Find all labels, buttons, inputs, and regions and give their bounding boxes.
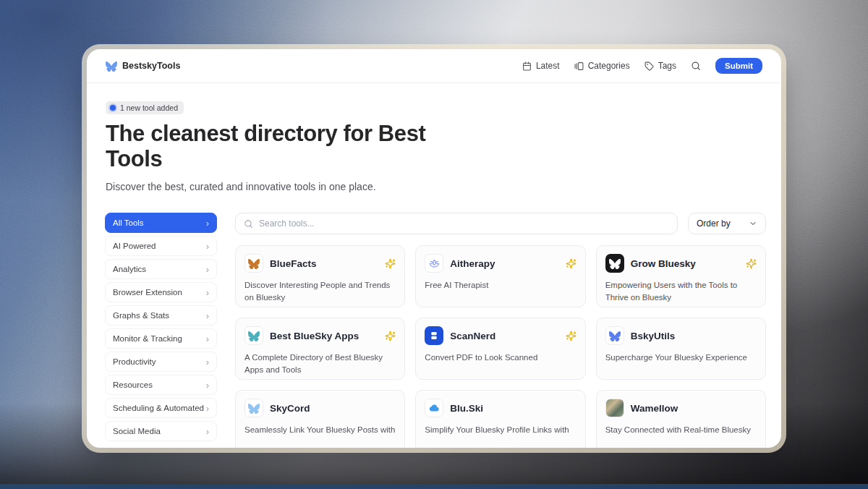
tool-card[interactable]: SkyCord Seamlessly Link Your Bluesky Pos… (235, 390, 405, 448)
search-icon (691, 61, 701, 71)
tool-card-header: ScanNerd (425, 326, 576, 345)
nav-links: Latest Categories Tags Submit (522, 58, 762, 74)
order-by-label: Order by (697, 218, 731, 229)
tool-description: Empowering Users with the Tools to Thriv… (605, 279, 757, 303)
butterfly-icon (248, 258, 260, 269)
butterfly-icon (248, 403, 260, 414)
brand[interactable]: BestskyTools (106, 61, 180, 72)
tool-card[interactable]: BskyUtils Supercharge Your Bluesky Exper… (596, 318, 766, 380)
sidebar-item-label: Scheduling & Automated (113, 404, 204, 412)
sidebar-item[interactable]: Social Media › (105, 421, 217, 441)
nav-item-label: Latest (536, 61, 560, 71)
bluesky-butterfly-logo-icon (106, 61, 117, 72)
sidebar-item-label: Browser Extension (113, 288, 182, 297)
tool-icon-box (605, 254, 624, 273)
tool-card[interactable]: Blu.Ski Simplify Your Bluesky Profile Li… (415, 390, 585, 448)
nav-item-tags[interactable]: Tags (644, 61, 676, 71)
tool-icon-box (425, 399, 443, 417)
page-subtitle: Discover the best, curated and innovativ… (106, 181, 762, 192)
tool-card[interactable]: Aitherapy Free AI Therapist (415, 245, 585, 307)
tool-name: Grow Bluesky (631, 258, 739, 269)
sidebar-item-label: Graphs & Stats (113, 311, 169, 320)
featured-sparkle-icon (746, 258, 757, 269)
order-by-dropdown[interactable]: Order by (688, 213, 766, 234)
sidebar-item[interactable]: All Tools › (105, 213, 217, 233)
nav-item-label: Tags (658, 61, 676, 71)
tool-icon-box (244, 326, 263, 345)
tool-card-header: Grow Bluesky (605, 254, 757, 273)
tool-name: BskyUtils (631, 331, 739, 341)
chevron-right-icon: › (206, 265, 209, 274)
tool-name: SkyCord (270, 403, 378, 414)
badge-dot-icon (110, 105, 116, 111)
chevron-right-icon: › (206, 380, 209, 390)
tool-icon-box (244, 399, 263, 417)
tool-card[interactable]: ScanNerd Convert PDF to Look Scanned (415, 318, 585, 380)
sidebar-item-label: Resources (113, 380, 153, 389)
tool-description: Free AI Therapist (425, 279, 576, 292)
search-box[interactable] (235, 213, 678, 234)
new-tool-badge: 1 new tool added (106, 101, 184, 114)
app-window: BestskyTools Latest Categories Tags Subm… (87, 49, 781, 448)
sidebar-item[interactable]: Resources › (105, 375, 217, 395)
calendar-icon (522, 61, 532, 71)
sidebar-item-label: Social Media (113, 427, 161, 435)
badge-label: 1 new tool added (120, 103, 178, 112)
butterfly-icon (609, 331, 621, 341)
submit-button[interactable]: Submit (715, 58, 762, 74)
nav-item-label: Categories (588, 61, 630, 71)
sidebar-item-label: Monitor & Tracking (113, 334, 182, 343)
sidebar-item[interactable]: Productivity › (105, 352, 217, 372)
tool-description: Simplify Your Bluesky Profile Links with (425, 424, 576, 436)
chevron-right-icon: › (206, 427, 209, 436)
butterfly-icon (609, 258, 621, 269)
tool-name: ScanNerd (450, 331, 558, 341)
chevron-right-icon: › (206, 311, 209, 320)
tool-name: BlueFacts (270, 258, 378, 269)
featured-sparkle-icon (385, 258, 396, 269)
sidebar-item-label: Productivity (113, 357, 156, 366)
main-panel: Order by BlueFacts Discover Interesting … (235, 213, 766, 448)
tool-card[interactable]: Wamellow Stay Connected with Real-time B… (596, 390, 766, 448)
cloud-icon (428, 402, 441, 414)
nav-item-latest[interactable]: Latest (522, 61, 560, 71)
background-bottom-strip (0, 484, 868, 489)
tool-card-header: Blu.Ski (425, 399, 576, 417)
tool-card[interactable]: Best BlueSky Apps A Complete Directory o… (235, 318, 405, 380)
chevron-right-icon: › (206, 288, 209, 297)
tool-name: Aitherapy (450, 258, 558, 269)
nav-item-categories[interactable]: Categories (574, 61, 630, 71)
tool-card-header: Aitherapy (425, 254, 576, 273)
tool-card-header: BskyUtils (605, 326, 757, 345)
sidebar-item[interactable]: Analytics › (105, 259, 217, 279)
tool-card[interactable]: BlueFacts Discover Interesting People an… (235, 245, 405, 307)
tool-description: A Complete Directory of Best Bluesky App… (244, 352, 396, 375)
sidebar-item-label: AI Powered (113, 242, 156, 250)
tool-name: Wamellow (631, 403, 739, 414)
sidebar-item[interactable]: Monitor & Tracking › (105, 328, 217, 349)
tools-grid: BlueFacts Discover Interesting People an… (235, 245, 766, 448)
page-title: The cleanest directory for Best Tools (106, 122, 467, 171)
search-input[interactable] (259, 218, 669, 229)
nav-search-button[interactable] (691, 61, 701, 71)
tool-description: Convert PDF to Look Scanned (425, 352, 576, 364)
hero: 1 new tool added The cleanest directory … (87, 83, 781, 192)
tool-description: Discover Interesting People and Trends o… (244, 279, 396, 303)
tool-icon-box (605, 326, 624, 345)
chevron-right-icon: › (206, 357, 209, 367)
gallery-icon (574, 61, 584, 71)
tool-description: Seamlessly Link Your Bluesky Posts with (244, 424, 396, 436)
toolbar: Order by (235, 213, 766, 234)
tool-card[interactable]: Grow Bluesky Empowering Users with the T… (596, 245, 766, 307)
butterfly-icon (248, 331, 260, 341)
sidebar-item[interactable]: AI Powered › (105, 236, 217, 256)
chevron-right-icon: › (206, 404, 209, 413)
tool-icon-box (425, 326, 443, 345)
brand-name: BestskyTools (122, 61, 180, 71)
sidebar-item[interactable]: Scheduling & Automated › (105, 398, 217, 418)
sidebar-item[interactable]: Graphs & Stats › (105, 305, 217, 326)
tool-icon-box (244, 254, 263, 273)
chevron-down-icon (749, 219, 757, 228)
sidebar: All Tools › AI Powered › Analytics › Bro… (105, 213, 217, 448)
sidebar-item[interactable]: Browser Extension › (105, 282, 217, 302)
